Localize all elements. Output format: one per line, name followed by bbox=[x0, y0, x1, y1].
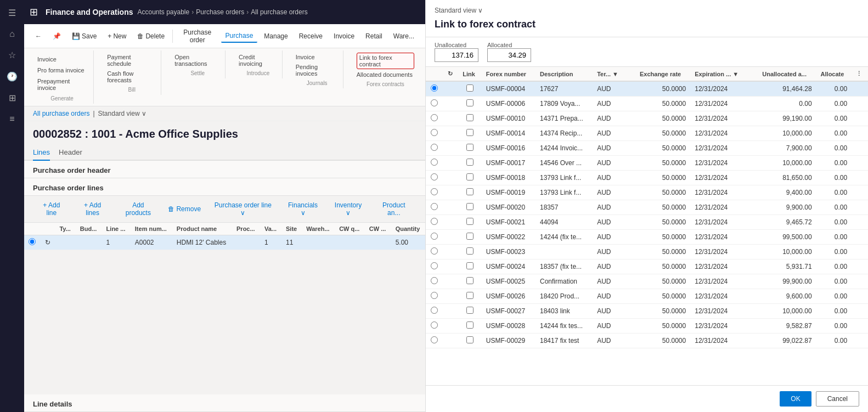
ribbon-journals-invoice-link[interactable]: Invoice bbox=[296, 53, 339, 61]
forex-table-row[interactable]: USMF-00016 14244 Invoic... AUD 50.0000 1… bbox=[426, 141, 868, 156]
forex-row-link[interactable] bbox=[458, 200, 481, 215]
sidebar-menu-icon[interactable]: ☰ bbox=[2, 4, 22, 21]
forex-table-row[interactable]: USMF-00010 14371 Prepa... AUD 50.0000 12… bbox=[426, 111, 868, 126]
new-button[interactable]: + New bbox=[103, 30, 131, 42]
forex-row-radio[interactable] bbox=[426, 259, 443, 274]
forex-row-radio[interactable] bbox=[426, 274, 443, 289]
forex-row-radio[interactable] bbox=[426, 289, 443, 304]
add-lines-button[interactable]: + Add lines bbox=[72, 199, 113, 219]
sidebar-home-icon[interactable]: ⌂ bbox=[2, 26, 22, 42]
pin-button[interactable]: 📌 bbox=[48, 30, 65, 42]
sidebar-workspaces-icon[interactable]: ⊞ bbox=[2, 89, 22, 106]
forex-row-radio[interactable] bbox=[426, 215, 443, 230]
grid-icon[interactable]: ⊞ bbox=[30, 6, 38, 18]
sidebar-favorites-icon[interactable]: ☆ bbox=[2, 47, 22, 64]
forex-row-radio[interactable] bbox=[426, 81, 443, 97]
delete-button[interactable]: 🗑 Delete bbox=[133, 30, 169, 42]
forex-table-row[interactable]: USMF-00019 13793 Link f... AUD 50.0000 1… bbox=[426, 185, 868, 200]
ribbon-payment-schedule-link[interactable]: Payment schedule bbox=[107, 53, 156, 68]
forex-table-row[interactable]: USMF-00023 AUD 50.0000 12/31/2024 10,000… bbox=[426, 245, 868, 259]
forex-row-radio[interactable] bbox=[426, 126, 443, 141]
forex-row-link[interactable] bbox=[458, 97, 481, 111]
sidebar-list-icon[interactable]: ≡ bbox=[2, 111, 22, 127]
ribbon-prepayment-link[interactable]: Prepayment invoice bbox=[37, 77, 87, 92]
forex-table-row[interactable]: USMF-00028 14244 fix tes... AUD 50.0000 … bbox=[426, 319, 868, 334]
tab-ware[interactable]: Ware... bbox=[389, 30, 419, 42]
ribbon-pending-invoices-link[interactable]: Pending invoices bbox=[296, 63, 339, 78]
forex-row-link[interactable] bbox=[458, 319, 481, 334]
forex-row-link[interactable] bbox=[458, 81, 481, 97]
tab-manage[interactable]: Manage bbox=[260, 30, 292, 42]
forex-row-radio[interactable] bbox=[426, 171, 443, 185]
save-button[interactable]: 💾 Save bbox=[67, 30, 101, 42]
remove-button[interactable]: 🗑 Remove bbox=[164, 203, 205, 215]
forex-table-row[interactable]: USMF-00022 14244 (fix te... AUD 50.0000 … bbox=[426, 230, 868, 245]
add-line-button[interactable]: + Add line bbox=[33, 199, 70, 219]
forex-row-radio[interactable] bbox=[426, 141, 443, 156]
forex-table-row[interactable]: USMF-00024 18357 (fix te... AUD 50.0000 … bbox=[426, 259, 868, 274]
forex-row-link[interactable] bbox=[458, 304, 481, 319]
breadcrumb-accounts-payable[interactable]: Accounts payable bbox=[137, 8, 189, 16]
forex-table-row[interactable]: USMF-00006 17809 Voya... AUD 50.0000 12/… bbox=[426, 97, 868, 111]
forex-row-link[interactable] bbox=[458, 289, 481, 304]
back-button[interactable]: ← bbox=[31, 30, 46, 42]
cancel-button[interactable]: Cancel bbox=[816, 391, 859, 407]
forex-table-row[interactable]: USMF-00020 18357 AUD 50.0000 12/31/2024 … bbox=[426, 200, 868, 215]
product-analysis-button[interactable]: Product an... bbox=[371, 199, 416, 219]
tab-invoice[interactable]: Invoice bbox=[329, 30, 359, 42]
breadcrumb-all-purchase-orders[interactable]: All purchase orders bbox=[251, 8, 307, 16]
forex-row-link[interactable] bbox=[458, 334, 481, 348]
all-purchase-orders-link[interactable]: All purchase orders bbox=[33, 110, 89, 117]
forex-row-radio[interactable] bbox=[426, 245, 443, 259]
forex-table-row[interactable]: USMF-00014 14374 Recip... AUD 50.0000 12… bbox=[426, 126, 868, 141]
tab-header[interactable]: Header bbox=[59, 145, 82, 161]
forex-row-radio[interactable] bbox=[426, 230, 443, 245]
row-radio[interactable] bbox=[24, 235, 41, 250]
add-products-button[interactable]: Add products bbox=[115, 199, 161, 219]
ribbon-cashflow-link[interactable]: Cash flow forecasts bbox=[107, 69, 156, 84]
forex-table-row[interactable]: USMF-00025 Confirmation AUD 50.0000 12/3… bbox=[426, 274, 868, 289]
ribbon-open-transactions-link[interactable]: Open transactions bbox=[174, 53, 221, 68]
tab-retail[interactable]: Retail bbox=[361, 30, 387, 42]
forex-row-radio[interactable] bbox=[426, 185, 443, 200]
ribbon-allocated-docs-link[interactable]: Allocated documents bbox=[357, 70, 414, 79]
forex-table-row[interactable]: USMF-00018 13793 Link f... AUD 50.0000 1… bbox=[426, 171, 868, 185]
breadcrumb-purchase-orders[interactable]: Purchase orders bbox=[196, 8, 244, 16]
view-selector[interactable]: Standard view ∨ bbox=[98, 110, 146, 117]
forex-row-link[interactable] bbox=[458, 185, 481, 200]
forex-table-row[interactable]: USMF-00017 14546 Over ... AUD 50.0000 12… bbox=[426, 156, 868, 171]
forex-row-link[interactable] bbox=[458, 111, 481, 126]
forex-row-link[interactable] bbox=[458, 141, 481, 156]
forex-row-radio[interactable] bbox=[426, 200, 443, 215]
forex-row-radio[interactable] bbox=[426, 304, 443, 319]
table-row[interactable]: ↻ 1 A0002 HDMI 12' Cables 1 11 5.00 bbox=[24, 235, 425, 250]
ribbon-proforma-link[interactable]: Pro forma invoice bbox=[37, 66, 87, 75]
tab-lines[interactable]: Lines bbox=[33, 145, 50, 161]
forex-table-row[interactable]: USMF-00004 17627 AUD 50.0000 12/31/2024 … bbox=[426, 81, 868, 97]
view-selector[interactable]: Standard view ∨ bbox=[435, 7, 859, 14]
forex-table-row[interactable]: USMF-00029 18417 fix test AUD 50.0000 12… bbox=[426, 334, 868, 348]
forex-row-radio[interactable] bbox=[426, 111, 443, 126]
ribbon-link-forex-contract[interactable]: Link to forex contract bbox=[357, 53, 414, 69]
sidebar-recent-icon[interactable]: 🕐 bbox=[2, 68, 22, 85]
forex-table-row[interactable]: USMF-00021 44094 AUD 50.0000 12/31/2024 … bbox=[426, 215, 868, 230]
forex-row-link[interactable] bbox=[458, 259, 481, 274]
ribbon-credit-invoicing-link[interactable]: Credit invoicing bbox=[239, 53, 278, 68]
forex-row-radio[interactable] bbox=[426, 319, 443, 334]
forex-row-link[interactable] bbox=[458, 215, 481, 230]
forex-row-link[interactable] bbox=[458, 245, 481, 259]
forex-table-row[interactable]: USMF-00026 18420 Prod... AUD 50.0000 12/… bbox=[426, 289, 868, 304]
ok-button[interactable]: OK bbox=[780, 391, 811, 407]
ribbon-invoice-link[interactable]: Invoice bbox=[37, 55, 87, 64]
inventory-button[interactable]: Inventory ∨ bbox=[327, 199, 369, 219]
financials-button[interactable]: Financials ∨ bbox=[281, 199, 325, 219]
tab-purchase-order[interactable]: Purchase order bbox=[176, 26, 219, 46]
forex-row-link[interactable] bbox=[458, 126, 481, 141]
forex-table-row[interactable]: USMF-00027 18403 link AUD 50.0000 12/31/… bbox=[426, 304, 868, 319]
tab-purchase[interactable]: Purchase bbox=[221, 30, 258, 43]
forex-row-radio[interactable] bbox=[426, 156, 443, 171]
forex-row-radio[interactable] bbox=[426, 97, 443, 111]
forex-row-link[interactable] bbox=[458, 230, 481, 245]
tab-receive[interactable]: Receive bbox=[295, 30, 327, 42]
forex-row-link[interactable] bbox=[458, 156, 481, 171]
